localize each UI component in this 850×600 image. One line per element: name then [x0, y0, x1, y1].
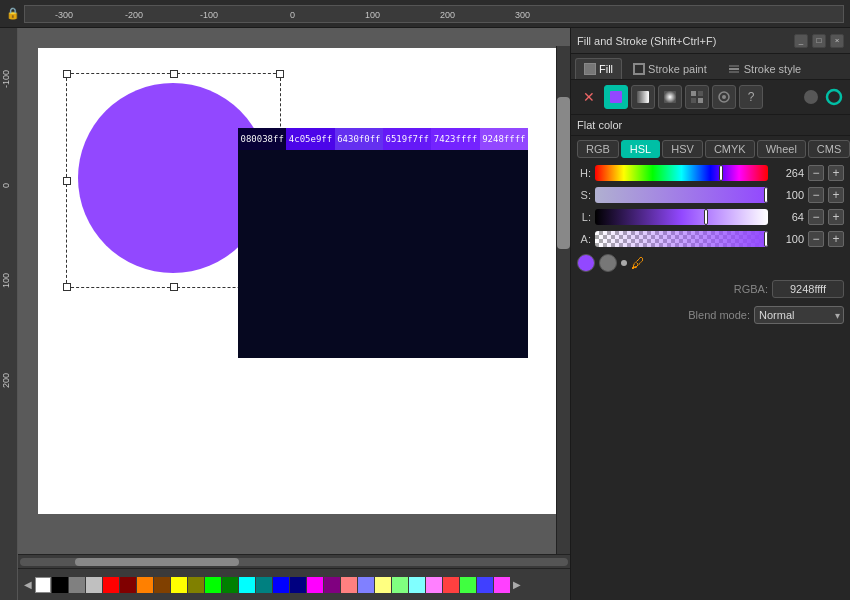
palette-swatch-teal[interactable]: [256, 577, 272, 593]
lightness-slider[interactable]: [595, 209, 768, 225]
h-scrollbar-thumb[interactable]: [75, 558, 239, 566]
fill-type-row: ✕ ?: [571, 80, 850, 115]
blend-mode-select[interactable]: Normal Multiply Screen Overlay Darken Li…: [754, 306, 844, 324]
tab-fill[interactable]: Fill: [575, 58, 622, 79]
saturation-plus-button[interactable]: +: [828, 187, 844, 203]
vertical-scrollbar[interactable]: [556, 46, 570, 554]
horizontal-scrollbar[interactable]: [18, 554, 570, 568]
lightness-minus-button[interactable]: −: [808, 209, 824, 225]
alpha-slider-row: A: 100 − +: [571, 228, 850, 250]
rgba-input[interactable]: [772, 280, 844, 298]
palette-swatch-lavender[interactable]: [358, 577, 374, 593]
swatch-3[interactable]: 6430f0ff: [335, 128, 383, 150]
palette-swatch-pink[interactable]: [341, 577, 357, 593]
palette-swatch-violet[interactable]: [494, 577, 510, 593]
linear-gradient-button[interactable]: [631, 85, 655, 109]
dropper-icon[interactable]: 🖊: [631, 255, 645, 271]
palette-swatch-lightyellow[interactable]: [375, 577, 391, 593]
palette-swatch-cornblue[interactable]: [477, 577, 493, 593]
palette-swatch-cyan[interactable]: [239, 577, 255, 593]
palette-swatch-silver[interactable]: [86, 577, 102, 593]
flat-color-label: Flat color: [571, 115, 850, 136]
palette-swatch-lime[interactable]: [205, 577, 221, 593]
lightness-plus-button[interactable]: +: [828, 209, 844, 225]
hue-minus-button[interactable]: −: [808, 165, 824, 181]
pattern-button[interactable]: [685, 85, 709, 109]
palette-swatch-brown[interactable]: [154, 577, 170, 593]
swatch-button[interactable]: [712, 85, 736, 109]
canvas-wrapper: 080038ff 4c05e9ff 6430f0ff 6519f7ff 7423…: [18, 28, 570, 600]
handle-tc[interactable]: [170, 70, 178, 78]
unknown-paint-button[interactable]: ?: [739, 85, 763, 109]
saturation-minus-button[interactable]: −: [808, 187, 824, 203]
svg-point-22: [722, 95, 726, 99]
palette-swatch-magenta[interactable]: [307, 577, 323, 593]
tab-cmyk[interactable]: CMYK: [705, 140, 755, 158]
svg-text:-100: -100: [1, 70, 11, 88]
tab-hsv[interactable]: HSV: [662, 140, 703, 158]
panel-close-button[interactable]: ×: [830, 34, 844, 48]
palette-swatch-gray[interactable]: [69, 577, 85, 593]
palette-swatch-lightgreen[interactable]: [392, 577, 408, 593]
palette-swatch-orange[interactable]: [137, 577, 153, 593]
panel-maximize-button[interactable]: □: [812, 34, 826, 48]
saturation-slider[interactable]: [595, 187, 768, 203]
hue-plus-button[interactable]: +: [828, 165, 844, 181]
tab-rgb[interactable]: RGB: [577, 140, 619, 158]
hue-slider[interactable]: [595, 165, 768, 181]
alpha-minus-button[interactable]: −: [808, 231, 824, 247]
tab-hsl[interactable]: HSL: [621, 140, 660, 158]
handle-bc[interactable]: [170, 283, 178, 291]
tab-wheel[interactable]: Wheel: [757, 140, 806, 158]
fill-tab-icon: [584, 63, 596, 75]
tab-cms[interactable]: CMS: [808, 140, 850, 158]
color-history-bar: 080038ff 4c05e9ff 6430f0ff 6519f7ff 7423…: [238, 128, 528, 150]
swatch-5[interactable]: 7423ffff: [431, 128, 479, 150]
blend-mode-label: Blend mode:: [688, 309, 750, 321]
blend-mode-select-wrap[interactable]: Normal Multiply Screen Overlay Darken Li…: [754, 306, 844, 324]
handle-ml[interactable]: [63, 177, 71, 185]
palette-swatch-navy[interactable]: [290, 577, 306, 593]
svg-point-23: [804, 90, 818, 104]
alpha-plus-button[interactable]: +: [828, 231, 844, 247]
palette-swatch-coral[interactable]: [443, 577, 459, 593]
hue-slider-thumb[interactable]: [719, 165, 723, 181]
palette-swatch-black[interactable]: [52, 577, 68, 593]
lightness-slider-thumb[interactable]: [704, 209, 708, 225]
handle-tr[interactable]: [276, 70, 284, 78]
saturation-slider-thumb[interactable]: [764, 187, 768, 203]
tab-stroke-paint[interactable]: Stroke paint: [624, 58, 716, 79]
palette-swatch-mintgreen[interactable]: [460, 577, 476, 593]
palette-swatch-red[interactable]: [103, 577, 119, 593]
palette-right-arrow[interactable]: ▶: [511, 579, 523, 590]
svg-text:300: 300: [515, 10, 530, 20]
no-paint-button[interactable]: ✕: [577, 85, 601, 109]
stroke-style-icon: [727, 62, 741, 76]
alpha-slider[interactable]: [595, 231, 768, 247]
palette-swatch-lightcyan[interactable]: [409, 577, 425, 593]
v-scrollbar-thumb[interactable]: [557, 97, 570, 249]
palette-swatch-blue[interactable]: [273, 577, 289, 593]
handle-bl[interactable]: [63, 283, 71, 291]
palette-swatch-maroon[interactable]: [120, 577, 136, 593]
palette-swatch-white[interactable]: [35, 577, 51, 593]
palette-swatch-yellow[interactable]: [171, 577, 187, 593]
swatch-4[interactable]: 6519f7ff: [383, 128, 431, 150]
swatch-6[interactable]: 9248ffff: [480, 128, 528, 150]
palette-left-arrow[interactable]: ◀: [22, 579, 34, 590]
svg-rect-16: [664, 91, 676, 103]
radial-gradient-button[interactable]: [658, 85, 682, 109]
tab-stroke-style[interactable]: Stroke style: [718, 58, 810, 79]
palette-swatch-green[interactable]: [222, 577, 238, 593]
swatch-2[interactable]: 4c05e9ff: [286, 128, 334, 150]
palette-swatch-olive[interactable]: [188, 577, 204, 593]
alpha-slider-thumb[interactable]: [764, 231, 768, 247]
palette-swatch-lightpink[interactable]: [426, 577, 442, 593]
panel-minimize-button[interactable]: _: [794, 34, 808, 48]
flat-color-button[interactable]: [604, 85, 628, 109]
palette-swatch-purple[interactable]: [324, 577, 340, 593]
hue-label: H:: [577, 167, 591, 179]
canvas-area[interactable]: 080038ff 4c05e9ff 6430f0ff 6519f7ff 7423…: [18, 28, 570, 554]
handle-tl[interactable]: [63, 70, 71, 78]
swatch-1[interactable]: 080038ff: [238, 128, 286, 150]
